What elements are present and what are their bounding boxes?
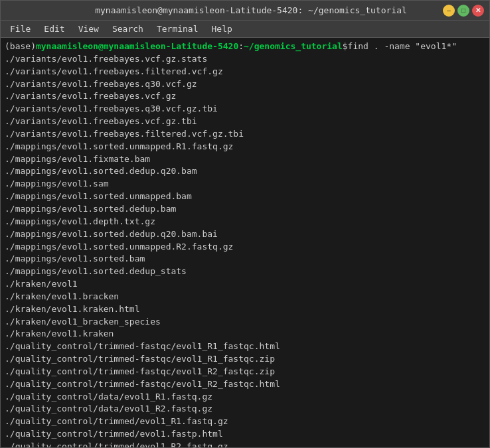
menu-item-view[interactable]: View: [73, 23, 104, 35]
output-line: ./kraken/evol1.bracken: [5, 291, 485, 303]
output-line: ./kraken/evol1.kraken: [5, 328, 485, 340]
titlebar-controls: – □ ✕: [443, 5, 484, 17]
titlebar-title: mynaamisleon@mynaamisleon-Latitude-5420:…: [59, 5, 443, 15]
output-line: ./variants/evol1.freebayes.vcf.gz.stats: [5, 53, 485, 66]
close-button[interactable]: ✕: [472, 5, 484, 17]
prompt-path-1: ~/genomics_tutorial: [244, 40, 343, 53]
menubar: FileEditViewSearchTerminalHelp: [1, 21, 489, 38]
output-line: ./mappings/evol1.sorted.unmapped.bam: [5, 190, 485, 203]
menu-item-terminal[interactable]: Terminal: [151, 23, 204, 35]
output-line: ./variants/evol1.freebayes.filtered.vcf.…: [5, 66, 485, 78]
output-line: ./quality_control/trimmed/evol1_R1.fastq…: [5, 415, 485, 428]
output-line: ./variants/evol1.freebayes.q30.vcf.gz.tb…: [5, 103, 485, 115]
menu-item-help[interactable]: Help: [206, 23, 238, 35]
output-line: ./mappings/evol1.depth.txt.gz: [5, 216, 485, 228]
prompt-dollar-1: $: [343, 40, 348, 53]
output-line: ./kraken/evol1: [5, 278, 485, 291]
maximize-button[interactable]: □: [457, 5, 469, 17]
output-line: ./variants/evol1.freebayes.filtered.vcf.…: [5, 128, 485, 141]
output-container: ./variants/evol1.freebayes.vcf.gz.stats.…: [5, 53, 485, 447]
prompt-base-1: (base): [5, 40, 36, 53]
output-line: ./kraken/evol1_bracken_species: [5, 316, 485, 329]
menu-item-search[interactable]: Search: [107, 23, 149, 35]
menu-item-file[interactable]: File: [5, 23, 36, 35]
output-line: ./mappings/evol1.sorted.bam: [5, 253, 485, 265]
output-line: ./quality_control/trimmed-fastqc/evol1_R…: [5, 366, 485, 378]
output-line: ./quality_control/trimmed/evol1.fastp.ht…: [5, 428, 485, 441]
output-line: ./quality_control/trimmed-fastqc/evol1_R…: [5, 340, 485, 353]
output-line: ./variants/evol1.freebayes.vcf.gz.tbi: [5, 115, 485, 128]
menu-item-edit[interactable]: Edit: [39, 23, 70, 35]
output-line: ./variants/evol1.freebayes.vcf.gz: [5, 90, 485, 103]
output-line: ./mappings/evol1.sorted.dedup.q20.bam: [5, 165, 485, 178]
prompt-line-1: (base) mynaamisleon@mynaamisleon-Latitud…: [5, 40, 485, 53]
output-line: ./mappings/evol1.sorted.unmapped.R1.fast…: [5, 141, 485, 153]
output-line: ./quality_control/data/evol1_R1.fastq.gz: [5, 391, 485, 404]
output-line: ./quality_control/trimmed-fastqc/evol1_R…: [5, 353, 485, 366]
prompt-sep-1: :: [238, 40, 244, 53]
titlebar: mynaamisleon@mynaamisleon-Latitude-5420:…: [1, 1, 489, 21]
output-line: ./mappings/evol1.sorted.dedup_stats: [5, 265, 485, 278]
output-line: ./mappings/evol1.sorted.dedup.q20.bam.ba…: [5, 228, 485, 241]
output-line: ./mappings/evol1.sorted.dedup.bam: [5, 203, 485, 216]
output-line: ./mappings/evol1.fixmate.bam: [5, 153, 485, 166]
output-line: ./variants/evol1.freebayes.q30.vcf.gz: [5, 78, 485, 91]
minimize-button[interactable]: –: [443, 5, 455, 17]
prompt-cmd-1: find . -name "evol1*": [348, 40, 457, 53]
output-line: ./mappings/evol1.sam: [5, 178, 485, 190]
prompt-user-1: mynaamisleon@mynaamisleon-Latitude-5420: [36, 40, 238, 53]
terminal-window: mynaamisleon@mynaamisleon-Latitude-5420:…: [0, 0, 490, 448]
terminal-body[interactable]: (base) mynaamisleon@mynaamisleon-Latitud…: [1, 38, 489, 447]
output-line: ./quality_control/trimmed-fastqc/evol1_R…: [5, 378, 485, 391]
output-line: ./quality_control/data/evol1_R2.fastq.gz: [5, 403, 485, 415]
output-line: ./kraken/evol1.kraken.html: [5, 303, 485, 316]
output-line: ./mappings/evol1.sorted.unmapped.R2.fast…: [5, 241, 485, 254]
output-line: ./quality_control/trimmed/evol1_R2.fastq…: [5, 441, 485, 447]
